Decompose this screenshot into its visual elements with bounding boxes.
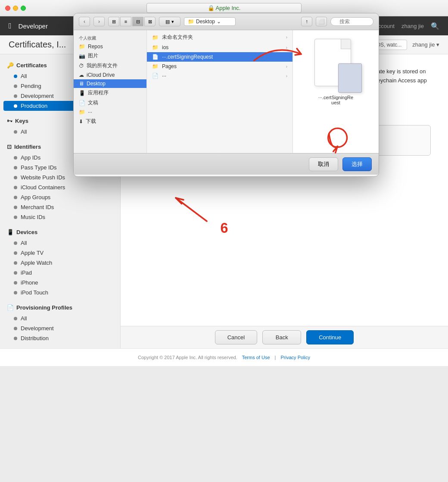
certificate-icon: 🔑 [7, 62, 14, 69]
file-item-pages[interactable]: 📁 Pages › [147, 62, 292, 71]
file-dialog[interactable]: ‹ › ⊞ ≡ ⊟ ⊠ ▤ ▾ 📁 Desktop ⌄ ↑ ⬜ [73, 13, 379, 177]
location-chevron: ⌄ [217, 19, 221, 25]
user-name[interactable]: zhang jie [401, 23, 424, 29]
dialog-tag-action-btn[interactable]: ⬜ [316, 17, 327, 26]
file-item-unnamed-folder[interactable]: 📁 未命名文件夹 › [147, 32, 292, 43]
apple-logo-icon:  [9, 22, 12, 31]
continue-button[interactable]: Continue [306, 330, 354, 344]
dialog-sidebar-applications[interactable]: 📱 应用程序 [74, 88, 146, 98]
sidebar-item-all-devices[interactable]: All [0, 238, 120, 248]
back-button[interactable]: Back [262, 330, 301, 344]
item-dot [14, 156, 17, 160]
dialog-share-btn[interactable]: ↑ [301, 17, 312, 26]
dialog-back-btn[interactable]: ‹ [79, 17, 90, 26]
search-icon[interactable]: 🔍 [431, 22, 439, 30]
sidebar-item-ipad[interactable]: iPad [0, 268, 120, 278]
sidebar-item-music-ids[interactable]: Music IDs [0, 212, 120, 222]
dialog-location[interactable]: 📁 Desktop ⌄ [184, 17, 236, 26]
folder-icon: 📁 [152, 34, 159, 41]
keys-label: Keys [15, 118, 28, 124]
identifiers-label: Identifiers [14, 144, 41, 150]
item-dot [14, 130, 17, 134]
sidebar-item-apple-watch[interactable]: Apple Watch [0, 258, 120, 268]
dialog-sidebar-extra[interactable]: 📁 ··· [74, 108, 146, 116]
file-item-other[interactable]: 📄 ··· › [147, 71, 292, 81]
sidebar-item-ipod-touch[interactable]: iPod Touch [0, 288, 120, 297]
close-button[interactable] [5, 6, 10, 11]
item-dot [14, 241, 17, 245]
dialog-sidebar-all-files[interactable]: ⏱ 我的所有文件 [74, 61, 146, 71]
address-text: Apple Inc. [216, 5, 241, 11]
dialog-toolbar: ‹ › ⊞ ≡ ⊟ ⊠ ▤ ▾ 📁 Desktop ⌄ ↑ ⬜ [74, 13, 379, 30]
item-dot [14, 327, 17, 330]
dialog-sidebar-images[interactable]: 📷 图片 [74, 51, 146, 61]
file-arrow-icon: › [286, 64, 287, 69]
sidebar-item-merchant-ids[interactable]: Merchant IDs [0, 202, 120, 212]
sidebar-item-dist-profiles[interactable]: Distribution [0, 333, 120, 343]
sidebar-item-apple-tv[interactable]: Apple TV [0, 248, 120, 258]
traffic-lights [5, 6, 26, 11]
bottom-bar: Cancel Back Continue [121, 326, 448, 348]
downloads-icon: ⬇ [79, 119, 83, 125]
provisioning-label: Provisioning Profiles [16, 304, 72, 311]
sidebar-item-app-groups[interactable]: App Groups [0, 192, 120, 202]
titlebar-center: 🔒 Apple Inc. [146, 3, 302, 13]
dialog-search-input[interactable] [330, 17, 373, 26]
item-dot [14, 261, 17, 265]
dialog-cover-view-btn[interactable]: ⊠ [144, 17, 156, 26]
icloud-icon: ☁ [79, 72, 84, 78]
sidebar-item-icloud-containers[interactable]: iCloud Containers [0, 182, 120, 192]
dialog-preview: ···.certSigningReuest [292, 30, 379, 153]
sidebar-item-iphone[interactable]: iPhone [0, 278, 120, 288]
minimize-button[interactable] [13, 6, 18, 11]
repos-folder-icon: 📁 [79, 44, 85, 50]
item-dot [14, 196, 17, 199]
item-dot [14, 317, 17, 320]
preview-small-icon [338, 63, 362, 93]
dialog-list-view-btn[interactable]: ≡ [120, 17, 131, 26]
dialog-cancel-button[interactable]: 取消 [309, 157, 338, 171]
images-folder-icon: 📷 [79, 53, 85, 59]
dialog-sidebar-documents[interactable]: 📄 文稿 [74, 98, 146, 108]
dialog-open-button[interactable]: 选择 [342, 157, 372, 171]
dialog-sidebar-downloads[interactable]: ⬇ 下载 [74, 116, 146, 126]
file-item-ios[interactable]: 📁 ios › [147, 43, 292, 52]
provisioning-icon: 📄 [7, 304, 14, 311]
fullscreen-button[interactable] [21, 6, 26, 11]
svg-text:6: 6 [221, 220, 228, 236]
dialog-sidebar-desktop[interactable]: 🖥 Desktop [74, 79, 146, 88]
desktop-icon: 🖥 [79, 81, 84, 87]
dialog-icon-view-btn[interactable]: ⊞ [108, 17, 119, 26]
location-folder-icon: 📁 [188, 19, 194, 25]
file-item-csr[interactable]: 📄 ···.certSigningRequest [147, 52, 292, 62]
sidebar-item-all-profiles[interactable]: All [0, 313, 120, 323]
device-icon: 📱 [7, 229, 14, 235]
item-dot [14, 291, 17, 294]
preview-file-icon [314, 39, 358, 91]
dialog-forward-btn[interactable]: › [93, 17, 105, 26]
dialog-sidebar-icloud[interactable]: ☁ iCloud Drive [74, 71, 146, 79]
cancel-button[interactable]: Cancel [215, 330, 257, 344]
sidebar-item-dev-profiles[interactable]: Development [0, 323, 120, 333]
dialog-sidebar-repos[interactable]: 📁 Repos [74, 42, 146, 51]
item-dot [14, 251, 17, 255]
user-account-display[interactable]: zhang jie ▾ [412, 41, 439, 48]
file-icon: 📄 [152, 54, 159, 60]
dialog-sidebar: 个人收藏 📁 Repos 📷 图片 ⏱ 我的所有文件 ☁ iCloud Driv… [74, 30, 147, 153]
file-arrow-icon: › [286, 45, 287, 50]
dialog-file-list: 📁 未命名文件夹 › 📁 ios › 📄 ···.certSigningRequ… [147, 30, 292, 153]
dialog-column-view-btn[interactable]: ⊟ [132, 17, 143, 26]
search-wrap [330, 17, 373, 26]
privacy-link[interactable]: Privacy Policy [281, 355, 310, 360]
dialog-tag-btn[interactable]: ▤ ▾ [159, 17, 180, 26]
item-dot [14, 186, 17, 189]
address-bar[interactable]: 🔒 Apple Inc. [146, 3, 302, 13]
item-dot [14, 337, 17, 340]
terms-link[interactable]: Terms of Use [242, 355, 270, 360]
item-dot [14, 176, 17, 179]
developer-label: Developer [19, 22, 48, 30]
all-files-icon: ⏱ [79, 63, 84, 69]
header-right: account zhang jie 🔍 [375, 22, 439, 30]
file-arrow-icon: › [286, 74, 287, 78]
item-dot [14, 75, 17, 78]
